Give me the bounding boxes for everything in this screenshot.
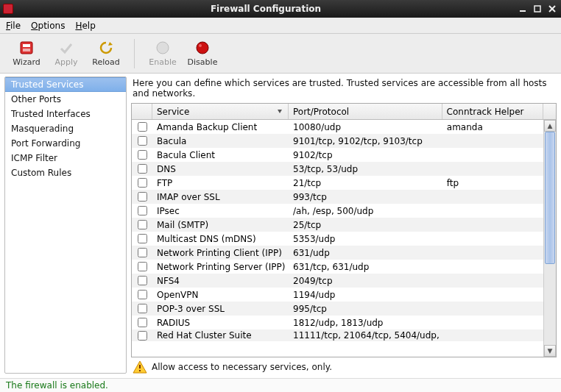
sidebar-item[interactable]: Other Ports [5,92,126,107]
table-body: Amanda Backup Client10080/udpamandaBacul… [132,120,556,357]
column-header-conntrack[interactable]: Conntrack Helper [442,104,543,119]
port-protocol-cell: 1194/udp [289,290,442,300]
row-checkbox-cell [132,192,152,202]
table-row[interactable]: FTP21/tcpftp [132,176,543,190]
scroll-track[interactable] [544,132,556,345]
content: Trusted ServicesOther PortsTrusted Inter… [0,74,561,378]
table-row[interactable]: Network Printing Server (IPP)631/tcp, 63… [132,260,543,274]
table-row[interactable]: Red Hat Cluster Suite11111/tcp, 21064/tc… [132,329,543,341]
service-checkbox[interactable] [138,178,147,188]
port-protocol-cell: 5353/udp [289,234,442,244]
service-checkbox[interactable] [138,206,147,215]
wizard-icon [18,40,35,56]
port-protocol-cell: 25/tcp [289,220,442,230]
titlebar[interactable]: Firewall Configuration [0,0,561,18]
service-checkbox[interactable] [138,150,147,160]
table-row[interactable]: OpenVPN1194/udp [132,288,543,302]
disable-icon [194,40,211,56]
port-protocol-cell: 995/tcp [289,304,442,314]
table-row[interactable]: IPsec/ah, /esp, 500/udp [132,204,543,218]
service-name-cell: OpenVPN [152,290,289,300]
service-checkbox[interactable] [138,276,147,285]
service-checkbox[interactable] [138,331,147,341]
row-checkbox-cell [132,122,152,132]
reload-icon [98,40,114,56]
table-row[interactable]: RADIUS1812/udp, 1813/udp [132,316,543,329]
sidebar-item[interactable]: Custom Rules [5,165,126,180]
service-checkbox[interactable] [138,122,147,132]
table-row[interactable]: Mail (SMTP)25/tcp [132,218,543,232]
sidebar-item[interactable]: Trusted Interfaces [5,107,126,121]
service-checkbox[interactable] [138,164,147,174]
service-name-cell: FTP [152,178,289,188]
row-checkbox-cell [132,304,152,313]
svg-rect-1 [534,6,540,12]
service-checkbox[interactable] [138,234,147,243]
service-checkbox[interactable] [138,262,147,271]
service-name-cell: Amanda Backup Client [152,122,289,132]
menu-help[interactable]: Help [75,21,95,31]
hint-bar: Allow access to necessary services, only… [131,357,557,374]
vertical-scrollbar[interactable]: ▲ ▼ [543,120,556,357]
sidebar-item[interactable]: Masquerading [5,121,126,136]
main-pane: Here you can define which services are t… [131,76,557,374]
service-checkbox[interactable] [138,290,147,299]
port-protocol-cell: 2049/tcp [289,276,442,286]
svg-rect-13 [139,365,141,368]
service-name-cell: IPsec [152,206,289,216]
sidebar-item[interactable]: ICMP Filter [5,151,126,165]
menu-options[interactable]: Options [31,21,65,31]
service-checkbox[interactable] [138,192,147,202]
service-checkbox[interactable] [138,220,147,229]
port-protocol-cell: 9101/tcp, 9102/tcp, 9103/tcp [289,136,442,146]
service-checkbox[interactable] [138,318,147,327]
sidebar-item[interactable]: Trusted Services [5,77,126,92]
table-row[interactable]: POP-3 over SSL995/tcp [132,302,543,316]
column-header-service[interactable]: Service [152,104,289,119]
service-checkbox[interactable] [138,304,147,313]
menubar: File Options Help [0,18,561,34]
menu-file[interactable]: File [6,21,21,31]
service-checkbox[interactable] [138,136,147,146]
reload-button[interactable]: Reload [87,36,125,71]
enable-button: Enable [144,36,182,71]
service-name-cell: Bacula Client [152,150,289,160]
maximize-button[interactable] [532,4,543,14]
window-title: Firewall Configuration [18,4,514,14]
port-protocol-cell: 21/tcp [289,178,442,188]
scroll-up-button[interactable]: ▲ [544,120,556,132]
table-row[interactable]: Amanda Backup Client10080/udpamanda [132,120,543,134]
wizard-button[interactable]: Wizard [7,36,46,71]
table-row[interactable]: Network Printing Client (IPP)631/udp [132,246,543,260]
column-header-port[interactable]: Port/Protocol [289,104,442,119]
table-row[interactable]: Bacula9101/tcp, 9102/tcp, 9103/tcp [132,134,543,148]
port-protocol-cell: 1812/udp, 1813/udp [289,318,442,328]
table-row[interactable]: Multicast DNS (mDNS)5353/udp [132,232,543,246]
row-checkbox-cell [132,248,152,257]
table-row[interactable]: DNS53/tcp, 53/udp [132,162,543,176]
scroll-thumb[interactable] [545,132,555,264]
port-protocol-cell: 9102/tcp [289,150,442,160]
minimize-button[interactable] [517,4,529,14]
toolbar-separator [134,39,135,68]
statusbar: The firewall is enabled. [0,378,561,392]
apply-icon [58,40,74,56]
row-checkbox-cell [132,220,152,229]
svg-point-9 [197,42,208,54]
close-button[interactable] [546,4,558,14]
sidebar-item[interactable]: Port Forwarding [5,136,126,151]
scroll-down-button[interactable]: ▼ [544,345,556,357]
table-row[interactable]: IMAP over SSL993/tcp [132,190,543,204]
enable-icon [155,40,171,56]
service-name-cell: IMAP over SSL [152,192,289,202]
disable-button[interactable]: Disable [183,36,222,71]
row-checkbox-cell [132,276,152,285]
row-checkbox-cell [132,290,152,299]
table-row[interactable]: Bacula Client9102/tcp [132,148,543,162]
port-protocol-cell: 53/tcp, 53/udp [289,164,442,174]
column-header-checkbox[interactable] [132,104,152,119]
svg-point-10 [199,44,202,47]
service-checkbox[interactable] [138,248,147,257]
table-row[interactable]: NFS42049/tcp [132,274,543,288]
toolbar: Wizard Apply Reload Enable Disable [0,34,561,74]
